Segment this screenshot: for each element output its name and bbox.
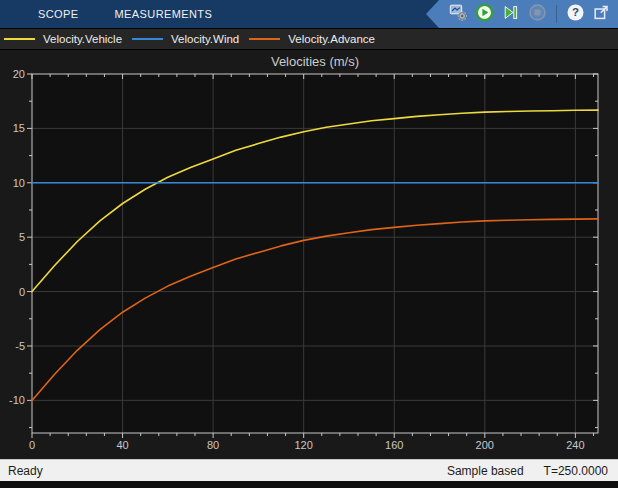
tab-measurements[interactable]: MEASUREMENTS	[115, 8, 213, 20]
tab-scope[interactable]: SCOPE	[38, 8, 79, 20]
svg-text:5: 5	[19, 231, 25, 243]
svg-text:240: 240	[566, 439, 584, 451]
step-forward-icon	[501, 3, 520, 26]
svg-text:-5: -5	[15, 340, 25, 352]
scope-window: SCOPE MEASUREMENTS	[0, 0, 618, 488]
step-forward-button[interactable]	[500, 2, 521, 26]
toolstrip: SCOPE MEASUREMENTS	[0, 0, 618, 28]
help-icon: ?	[566, 3, 585, 26]
svg-text:40: 40	[116, 439, 128, 451]
toolbar-separator	[556, 5, 557, 23]
scope-settings-icon	[449, 3, 468, 26]
scope-parameters-button[interactable]	[448, 2, 469, 26]
plot-region: Velocities (m/s) 04080120160200240-10-50…	[0, 49, 618, 459]
status-message: Ready	[8, 464, 43, 478]
legend-line-sample	[4, 38, 35, 40]
svg-text:80: 80	[207, 439, 219, 451]
help-button[interactable]: ?	[565, 2, 586, 26]
svg-text:200: 200	[476, 439, 494, 451]
popout-button[interactable]	[591, 2, 612, 26]
svg-text:160: 160	[385, 439, 403, 451]
legend-label: Velocity.Advance	[288, 33, 375, 45]
legend-item-wind[interactable]: Velocity.Wind	[132, 33, 239, 45]
legend-item-advance[interactable]: Velocity.Advance	[249, 33, 375, 45]
svg-text:15: 15	[13, 122, 25, 134]
quick-access-toolbar: ?	[426, 0, 618, 28]
legend-line-sample	[249, 38, 280, 40]
status-sample-mode: Sample based	[447, 464, 524, 478]
run-button[interactable]	[474, 2, 495, 26]
legend: Velocity.Vehicle Velocity.Wind Velocity.…	[0, 28, 618, 49]
stop-button[interactable]	[527, 2, 548, 26]
window-bottom-edge	[0, 481, 618, 488]
legend-line-sample	[132, 38, 163, 40]
status-bar: Ready Sample based T=250.0000	[0, 459, 618, 481]
svg-text:120: 120	[295, 439, 313, 451]
svg-text:20: 20	[13, 68, 25, 80]
play-icon	[475, 3, 494, 26]
svg-text:0: 0	[29, 439, 35, 451]
stop-icon	[528, 3, 547, 26]
svg-text:?: ?	[572, 6, 579, 18]
svg-text:-10: -10	[9, 394, 25, 406]
plot-canvas[interactable]: 04080120160200240-10-505101520	[0, 50, 618, 460]
svg-text:0: 0	[19, 286, 25, 298]
popout-icon	[592, 3, 611, 26]
legend-label: Velocity.Wind	[171, 33, 239, 45]
status-sim-time: T=250.0000	[544, 464, 608, 478]
legend-label: Velocity.Vehicle	[43, 33, 122, 45]
legend-item-vehicle[interactable]: Velocity.Vehicle	[4, 33, 122, 45]
svg-text:10: 10	[13, 177, 25, 189]
